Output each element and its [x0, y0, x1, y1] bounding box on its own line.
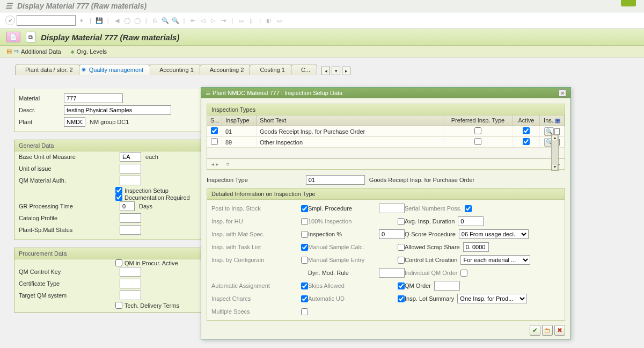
- table-vscroll[interactable]: ▴▾: [551, 134, 559, 171]
- tab-accounting-1[interactable]: Accounting 1: [149, 64, 201, 75]
- base-uom-field[interactable]: [120, 152, 141, 162]
- tab-costing-1[interactable]: Costing 1: [250, 64, 291, 75]
- command-field[interactable]: [17, 15, 76, 26]
- qm-control-key-field[interactable]: [120, 267, 141, 277]
- scrap-field[interactable]: [463, 242, 489, 252]
- back-icon[interactable]: ◀: [113, 16, 121, 25]
- col-active[interactable]: Active: [513, 115, 540, 126]
- tab-nav-prev[interactable]: ◂: [321, 67, 330, 75]
- table-row[interactable]: 01 Goods Receipt Insp. for Purchase Orde…: [207, 126, 565, 137]
- col-ins[interactable]: Ins..▦: [540, 115, 565, 126]
- row-pref-checkbox[interactable]: [474, 138, 481, 145]
- avg-dur-field[interactable]: [458, 216, 484, 226]
- row-ins-extra[interactable]: [554, 128, 560, 135]
- smpl-procedure-field[interactable]: [379, 204, 405, 213]
- exit-icon[interactable]: ◯: [123, 16, 131, 25]
- col-short-text[interactable]: Short Text: [257, 115, 443, 126]
- org-levels-label: Org. Levels: [77, 48, 107, 55]
- dropdown-icon[interactable]: ▾: [77, 16, 86, 25]
- prev-page-icon[interactable]: ◁: [199, 16, 207, 25]
- col-preferred[interactable]: Preferred Insp. Type: [443, 115, 513, 126]
- mult-specs-checkbox[interactable]: [301, 308, 308, 315]
- layout1-icon[interactable]: ▭: [237, 16, 245, 25]
- scroll-down-icon[interactable]: ▾: [552, 164, 558, 170]
- cert-type-field[interactable]: [120, 279, 141, 288]
- post-stock-checkbox[interactable]: [301, 205, 308, 212]
- procurement-title: Procurement Data: [14, 248, 217, 259]
- dyn-rule-field[interactable]: [379, 268, 405, 278]
- insp-type-field[interactable]: [306, 175, 365, 185]
- plant-sp-matl-field[interactable]: [120, 225, 141, 235]
- qm-auth-field[interactable]: [120, 176, 141, 185]
- qscore-select[interactable]: 06 From usage deci..: [459, 229, 529, 239]
- cancel-icon[interactable]: ◯: [133, 16, 142, 25]
- man-entry-checkbox[interactable]: [398, 257, 405, 264]
- plant-field[interactable]: [64, 117, 85, 127]
- next-page-icon[interactable]: ▷: [209, 16, 217, 25]
- action-bar: ▤ ⇨ Additional Data ♣ Org. Levels: [0, 46, 644, 57]
- 100pct-checkbox[interactable]: [398, 218, 405, 225]
- skips-checkbox[interactable]: [398, 282, 405, 289]
- row-pref-checkbox[interactable]: [474, 127, 481, 134]
- window-control-minimize[interactable]: [621, 0, 636, 6]
- man-calc-checkbox[interactable]: [398, 244, 405, 251]
- first-page-icon[interactable]: ⇤: [188, 16, 197, 25]
- indiv-qm-checkbox[interactable]: [460, 270, 467, 277]
- row-sel-checkbox[interactable]: [211, 127, 218, 134]
- additional-data-button[interactable]: ▤ ⇨ Additional Data: [6, 48, 61, 55]
- catalog-profile-field[interactable]: [120, 213, 141, 223]
- help-icon[interactable]: ◐: [265, 16, 273, 25]
- doc-required-checkbox[interactable]: [115, 194, 122, 201]
- gr-time-field[interactable]: [120, 201, 135, 211]
- insp-pct-field[interactable]: [379, 229, 405, 239]
- unit-of-issue-label: Unit of issue: [19, 165, 89, 172]
- row-active-checkbox[interactable]: [523, 138, 530, 145]
- target-qm-field[interactable]: [120, 291, 141, 300]
- enter-icon[interactable]: ✔: [5, 16, 15, 25]
- insp-hu-checkbox[interactable]: [301, 218, 308, 225]
- layout2-icon[interactable]: ▯: [247, 16, 255, 25]
- qm-procur-checkbox[interactable]: [115, 259, 122, 266]
- tab-nav-next[interactable]: ▸: [342, 67, 350, 75]
- org-levels-button[interactable]: ♣ Org. Levels: [71, 48, 107, 55]
- auto-assign-checkbox[interactable]: [301, 282, 308, 289]
- lot-summary-select[interactable]: One Insp. for Prod...: [457, 294, 527, 303]
- tab-nav-list[interactable]: ▾: [332, 67, 340, 75]
- inspection-setup-checkbox[interactable]: [115, 187, 122, 194]
- insp-charcs-checkbox[interactable]: [301, 295, 308, 302]
- row-active-checkbox[interactable]: [523, 127, 530, 134]
- settings-icon[interactable]: ▭: [275, 16, 283, 25]
- table-row[interactable]: 89 Other inspection 🔍: [207, 137, 565, 148]
- find-icon[interactable]: 🔍: [161, 16, 170, 25]
- serial-label: Serial Numbers Poss.: [405, 205, 462, 212]
- scroll-up-icon[interactable]: ▴: [552, 135, 558, 141]
- qm-order-field[interactable]: [434, 281, 460, 291]
- save-icon[interactable]: 💾: [95, 16, 104, 25]
- plant-text: NM group DC1: [90, 119, 129, 125]
- insp-cfg-checkbox[interactable]: [301, 257, 308, 264]
- popup-middle-button[interactable]: 🗀: [542, 325, 553, 336]
- find-next-icon[interactable]: 🔍: [171, 16, 180, 25]
- insp-mat-checkbox[interactable]: [301, 231, 308, 238]
- table-hscroll[interactable]: ◂ ▸ ⠶◂ ▸: [207, 158, 565, 169]
- auto-ud-checkbox[interactable]: [398, 295, 405, 302]
- tab-quality-management[interactable]: Quality management: [79, 64, 151, 75]
- descr-field[interactable]: [64, 105, 171, 115]
- serial-checkbox[interactable]: [465, 205, 472, 212]
- col-insptype[interactable]: InspType: [222, 115, 257, 126]
- tab-plant-data-stor-2[interactable]: Plant data / stor. 2: [15, 64, 80, 75]
- print-icon[interactable]: ⎙: [151, 16, 159, 25]
- material-field[interactable]: [64, 93, 123, 103]
- popup-ok-button[interactable]: ✔: [530, 325, 540, 336]
- last-page-icon[interactable]: ⇥: [219, 16, 228, 25]
- insp-task-checkbox[interactable]: [301, 244, 308, 251]
- tech-delivery-checkbox[interactable]: [115, 302, 122, 309]
- row-sel-checkbox[interactable]: [211, 138, 218, 145]
- ctrl-lot-select[interactable]: For each material ...: [460, 255, 530, 265]
- col-sel[interactable]: S...: [207, 115, 222, 126]
- tab-accounting-2[interactable]: Accounting 2: [200, 64, 251, 75]
- popup-close-button[interactable]: ✕: [559, 89, 566, 97]
- popup-cancel-button[interactable]: ✖: [554, 325, 565, 336]
- tab-more[interactable]: C...: [291, 64, 317, 75]
- unit-of-issue-field[interactable]: [120, 164, 141, 173]
